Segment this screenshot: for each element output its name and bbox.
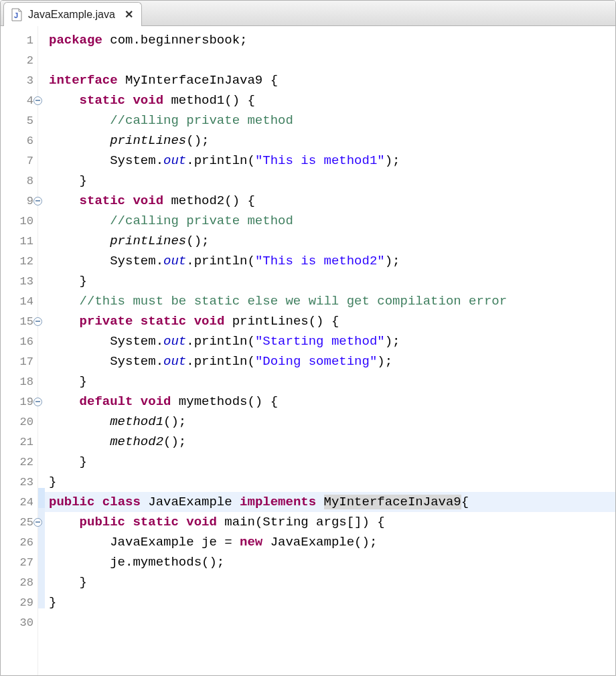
fold-toggle-icon[interactable] bbox=[33, 317, 42, 326]
token-mtd-i: printLines bbox=[110, 234, 186, 248]
line-number[interactable]: 26 bbox=[1, 532, 37, 552]
code-line[interactable]: } bbox=[45, 472, 615, 492]
token-kw: interface bbox=[49, 73, 118, 88]
token-plain bbox=[133, 314, 140, 329]
code-line[interactable]: System.out.println("This is method1"); bbox=[45, 151, 615, 171]
line-number[interactable]: 3 bbox=[1, 70, 37, 90]
token-plain bbox=[49, 294, 80, 309]
line-number[interactable]: 8 bbox=[1, 171, 37, 191]
token-fld: out bbox=[163, 153, 186, 168]
line-number[interactable]: 6 bbox=[1, 131, 37, 151]
line-number[interactable]: 9 bbox=[1, 191, 37, 211]
line-number[interactable]: 30 bbox=[1, 612, 37, 632]
token-plain bbox=[49, 133, 110, 148]
line-number[interactable]: 24 bbox=[1, 492, 37, 512]
token-plain bbox=[316, 495, 323, 509]
token-plain: } bbox=[49, 575, 87, 590]
token-plain: } bbox=[49, 173, 87, 188]
token-plain bbox=[49, 214, 110, 228]
token-plain: } bbox=[49, 595, 56, 610]
line-number[interactable]: 28 bbox=[1, 572, 37, 592]
token-kw: void bbox=[141, 394, 171, 409]
code-line[interactable]: printLines(); bbox=[45, 131, 615, 151]
code-line[interactable]: } bbox=[45, 271, 615, 291]
code-line[interactable]: } bbox=[45, 452, 615, 472]
line-number[interactable]: 23 bbox=[1, 472, 37, 492]
line-number[interactable]: 18 bbox=[1, 371, 37, 392]
token-kw: void bbox=[133, 193, 163, 208]
code-line[interactable]: //calling private method bbox=[45, 110, 615, 131]
token-plain: MyInterfaceInJava9 { bbox=[118, 73, 278, 88]
token-cm: //calling private method bbox=[110, 113, 293, 128]
token-mtd-i: printLines bbox=[110, 133, 186, 148]
code-line[interactable]: static void method2() { bbox=[45, 191, 615, 211]
line-number[interactable]: 22 bbox=[1, 452, 37, 472]
token-plain bbox=[94, 495, 102, 509]
line-number[interactable]: 19 bbox=[1, 392, 37, 412]
code-line[interactable]: printLines(); bbox=[45, 231, 615, 251]
code-line[interactable]: } bbox=[45, 592, 615, 612]
tab-filename: JavaExample.java bbox=[28, 9, 115, 21]
line-number[interactable]: 15 bbox=[1, 311, 37, 331]
code-line[interactable]: System.out.println("This is method2"); bbox=[45, 251, 615, 271]
code-line[interactable]: package com.beginnersbook; bbox=[45, 30, 615, 50]
token-plain bbox=[125, 193, 133, 208]
code-line[interactable]: System.out.println("Doing someting"); bbox=[45, 351, 615, 371]
code-line[interactable]: } bbox=[45, 371, 615, 392]
close-icon[interactable]: ✕ bbox=[125, 8, 133, 21]
fold-toggle-icon[interactable] bbox=[33, 96, 42, 105]
token-plain: main(String args[]) { bbox=[217, 515, 385, 529]
line-number[interactable]: 11 bbox=[1, 231, 37, 251]
line-number[interactable]: 27 bbox=[1, 552, 37, 572]
token-plain bbox=[125, 515, 133, 529]
line-number[interactable]: 12 bbox=[1, 251, 37, 271]
line-number[interactable]: 4 bbox=[1, 90, 37, 110]
code-line[interactable] bbox=[45, 612, 615, 632]
line-number[interactable]: 20 bbox=[1, 412, 37, 432]
fold-toggle-icon[interactable] bbox=[33, 197, 42, 205]
fold-toggle-icon[interactable] bbox=[33, 518, 42, 527]
token-plain bbox=[49, 193, 80, 208]
code-line[interactable]: private static void printLines() { bbox=[45, 311, 615, 331]
line-number[interactable]: 25 bbox=[1, 512, 37, 532]
fold-toggle-icon[interactable] bbox=[33, 398, 42, 406]
token-fld: out bbox=[163, 354, 186, 369]
code-line[interactable]: public class JavaExample implements MyIn… bbox=[45, 492, 615, 512]
line-number[interactable]: 1 bbox=[1, 30, 37, 50]
line-number[interactable]: 17 bbox=[1, 351, 37, 371]
token-kw: implements bbox=[240, 495, 316, 509]
token-plain: { bbox=[461, 495, 469, 509]
token-plain: System. bbox=[49, 354, 163, 369]
token-kw: default bbox=[80, 394, 133, 409]
code-line[interactable]: je.mymethods(); bbox=[45, 552, 615, 572]
code-line[interactable]: interface MyInterfaceInJava9 { bbox=[45, 70, 615, 90]
code-editor[interactable]: 1234567891011121314151617181920212223242… bbox=[1, 26, 615, 675]
token-str: "Doing someting" bbox=[255, 354, 377, 369]
code-line[interactable]: JavaExample je = new JavaExample(); bbox=[45, 532, 615, 552]
line-number[interactable]: 5 bbox=[1, 110, 37, 131]
token-plain: com.beginnersbook; bbox=[102, 33, 248, 48]
line-number[interactable]: 13 bbox=[1, 271, 37, 291]
editor-tab[interactable]: J JavaExample.java ✕ bbox=[3, 2, 142, 26]
code-area[interactable]: package com.beginnersbook;interface MyIn… bbox=[45, 26, 615, 675]
token-plain: printLines() { bbox=[224, 314, 339, 329]
code-line[interactable]: static void method1() { bbox=[45, 90, 615, 110]
line-number[interactable]: 29 bbox=[1, 592, 37, 612]
line-number[interactable]: 14 bbox=[1, 291, 37, 311]
line-number-gutter[interactable]: 1234567891011121314151617181920212223242… bbox=[1, 26, 38, 675]
code-line[interactable]: default void mymethods() { bbox=[45, 392, 615, 412]
code-line[interactable] bbox=[45, 50, 615, 70]
code-line[interactable]: } bbox=[45, 572, 615, 592]
line-number[interactable]: 10 bbox=[1, 211, 37, 231]
code-line[interactable]: System.out.println("Starting method"); bbox=[45, 331, 615, 351]
code-line[interactable]: method1(); bbox=[45, 412, 615, 432]
code-line[interactable]: } bbox=[45, 171, 615, 191]
line-number[interactable]: 16 bbox=[1, 331, 37, 351]
line-number[interactable]: 2 bbox=[1, 50, 37, 70]
code-line[interactable]: method2(); bbox=[45, 432, 615, 452]
code-line[interactable]: public static void main(String args[]) { bbox=[45, 512, 615, 532]
line-number[interactable]: 21 bbox=[1, 432, 37, 452]
code-line[interactable]: //calling private method bbox=[45, 211, 615, 231]
line-number[interactable]: 7 bbox=[1, 151, 37, 171]
code-line[interactable]: //this must be static else we will get c… bbox=[45, 291, 615, 311]
